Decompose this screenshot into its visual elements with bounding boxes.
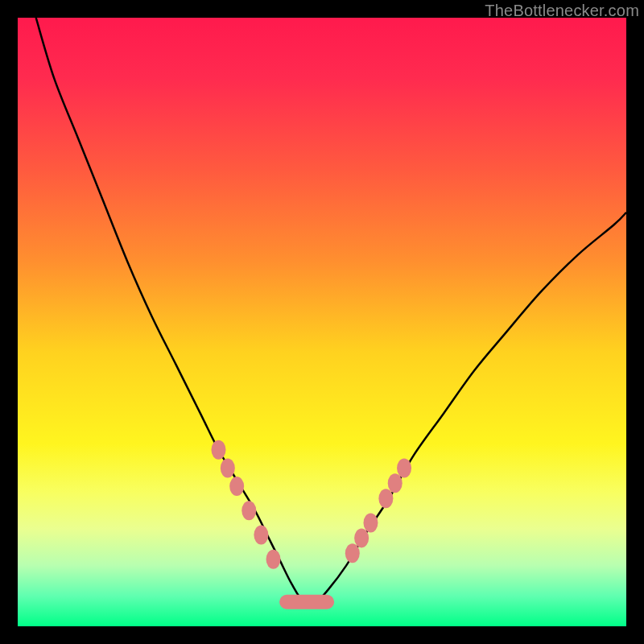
gradient-background: [18, 18, 626, 626]
data-point-marker: [221, 458, 235, 477]
data-point-marker: [363, 513, 378, 532]
chart-svg: [18, 18, 626, 626]
data-point-marker: [211, 440, 225, 460]
data-point-marker: [354, 528, 369, 547]
data-point-marker: [397, 458, 411, 477]
data-point-marker: [345, 543, 360, 563]
chart-frame: [18, 18, 626, 626]
data-point-marker: [378, 489, 393, 508]
data-point-marker: [388, 473, 402, 493]
data-point-marker: [266, 550, 281, 569]
data-point-marker: [254, 526, 268, 545]
data-point-marker: [242, 501, 256, 520]
optimal-range-bar: [279, 595, 334, 609]
data-point-marker: [229, 477, 244, 496]
